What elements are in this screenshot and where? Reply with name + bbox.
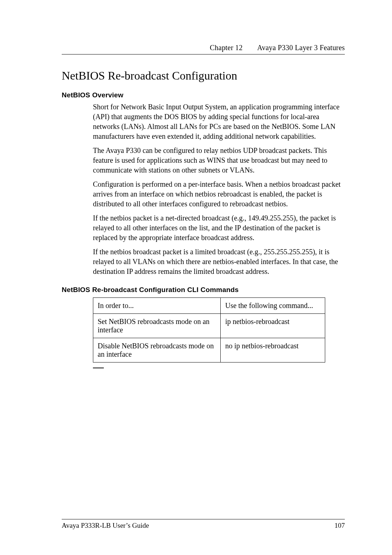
table-row: In order to... Use the following command… [93, 298, 325, 314]
footer-page-number: 107 [335, 522, 345, 530]
table-row: Set NetBIOS rebroadcasts mode on an inte… [93, 314, 325, 338]
chapter-title: Avaya P330 Layer 3 Features [257, 44, 345, 52]
chapter-label: Chapter 12 [210, 44, 242, 52]
page-footer: Avaya P333R-LB User’s Guide 107 [62, 516, 345, 530]
overview-heading: NetBIOS Overview [62, 91, 345, 99]
table-cell: ip netbios-rebroadcast [221, 314, 325, 338]
running-header: Chapter 12 Avaya P330 Layer 3 Features [62, 44, 345, 52]
table-cell: Set NetBIOS rebroadcasts mode on an inte… [93, 314, 221, 338]
table-header-right: Use the following command... [221, 298, 325, 314]
overview-body: Short for Network Basic Input Output Sys… [93, 102, 345, 276]
table-row: Disable NetBIOS rebroadcasts mode on an … [93, 338, 325, 362]
header-rule [62, 54, 345, 54]
table-cell: Disable NetBIOS rebroadcasts mode on an … [93, 338, 221, 362]
overview-paragraph: Short for Network Basic Input Output Sys… [93, 102, 345, 141]
overview-paragraph: If the netbios packet is a net-directed … [93, 213, 345, 243]
table-cell: no ip netbios-rebroadcast [221, 338, 325, 362]
overview-paragraph: If the netbios broadcast packet is a lim… [93, 247, 345, 276]
cli-table: In order to... Use the following command… [93, 297, 325, 362]
footer-rule [62, 519, 345, 519]
overview-paragraph: Configuration is performed on a per-inte… [93, 179, 345, 209]
overview-paragraph: The Avaya P330 can be configured to rela… [93, 146, 345, 175]
table-header-left: In order to... [93, 298, 221, 314]
short-rule [93, 368, 104, 368]
cli-heading: NetBIOS Re-broadcast Configuration CLI C… [62, 286, 345, 294]
footer-left: Avaya P333R-LB User’s Guide [62, 522, 149, 530]
section-title: NetBIOS Re-broadcast Configuration [62, 69, 345, 82]
